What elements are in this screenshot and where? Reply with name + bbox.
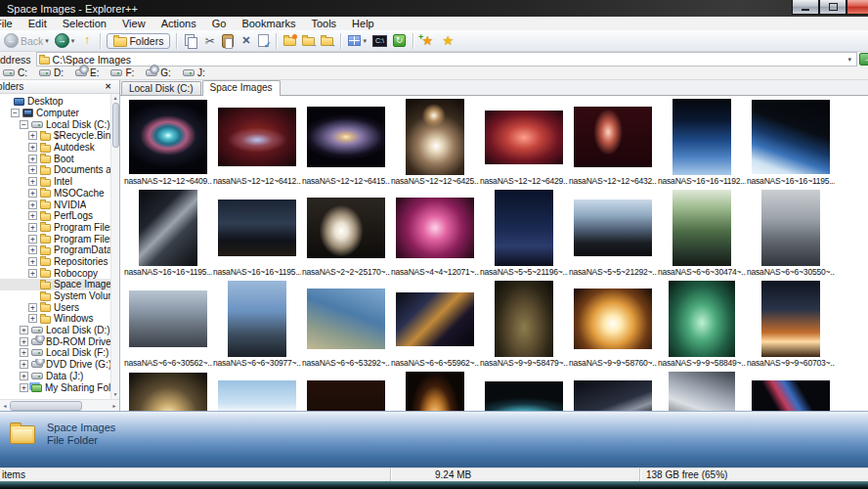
tree-item-intel[interactable]: +Intel <box>0 176 110 188</box>
thumbnail-item[interactable]: nasaNAS~6~6~30474~... <box>657 189 746 280</box>
expander-icon[interactable]: + <box>20 337 28 346</box>
go-button[interactable] <box>859 53 868 66</box>
scroll-down-icon[interactable]: ▼ <box>113 390 118 399</box>
cut-button[interactable] <box>200 32 219 49</box>
views-button[interactable]: ▾ <box>345 34 369 47</box>
thumbnail-item[interactable]: nasaNAS~12~12~6412... <box>212 98 301 189</box>
tree-item-local-disk-d[interactable]: +Local Disk (D:) <box>0 325 110 336</box>
tree-item-dvd-drive-g[interactable]: +DVD Drive (G:) <box>0 359 110 371</box>
tree-item-users[interactable]: +Users <box>0 301 110 313</box>
menu-file[interactable]: File <box>0 18 21 29</box>
tree-item-windows[interactable]: +Windows <box>0 313 110 325</box>
thumbnail-item[interactable]: nasaNAS~9~9~58760~... <box>568 280 657 371</box>
tree-item-computer[interactable]: −Computer <box>0 108 110 119</box>
expander-icon[interactable]: + <box>20 372 28 380</box>
thumbnail-item[interactable] <box>212 371 301 411</box>
expander-icon[interactable]: + <box>28 245 37 254</box>
expander-icon[interactable]: + <box>20 383 28 392</box>
tree-item-autodesk[interactable]: +Autodesk <box>0 142 110 154</box>
expander-icon[interactable]: + <box>28 223 37 232</box>
thumbnail-item[interactable]: nasaNAS~12~12~6425... <box>390 98 479 189</box>
thumbnail-item[interactable]: nasaNAS~16~16~1195... <box>212 189 301 280</box>
tree-item-robocopy[interactable]: +Robocopy <box>0 267 110 279</box>
expander-icon[interactable]: + <box>28 189 37 198</box>
tab-local-disk-c[interactable]: Local Disk (C:) <box>121 81 201 95</box>
scrollbar-thumb[interactable] <box>10 401 82 411</box>
thumbnail-item[interactable]: nasaNAS~5~5~21292~... <box>568 189 657 280</box>
back-button[interactable]: Back▾ <box>1 32 52 49</box>
expander-icon[interactable]: + <box>28 269 37 278</box>
scroll-right-icon[interactable]: ► <box>109 403 119 409</box>
tree-item-system-volume-inf[interactable]: System Volume Inf <box>0 290 110 302</box>
drive-button-c[interactable]: C: <box>0 67 33 78</box>
expander-icon[interactable]: + <box>20 360 28 369</box>
thumbnail-item[interactable]: nasaNAS~16~16~1195... <box>123 189 212 280</box>
close-button[interactable] <box>846 0 868 15</box>
tree-item-local-disk-f[interactable]: +Local Disk (F:) <box>0 347 110 359</box>
address-dropdown-icon[interactable]: ▾ <box>845 56 854 64</box>
expander-icon[interactable]: + <box>28 165 37 174</box>
thumbnail-item[interactable] <box>568 371 657 411</box>
thumbnail-item[interactable]: nasaNAS~6~6~55962~... <box>390 280 479 371</box>
tab-space-images[interactable]: Space Images <box>202 80 281 96</box>
menu-go[interactable]: Go <box>204 18 235 29</box>
thumbnail-item[interactable] <box>123 371 212 411</box>
menu-edit[interactable]: Edit <box>21 18 55 29</box>
delete-button[interactable] <box>237 32 255 49</box>
menu-tools[interactable]: Tools <box>303 18 344 29</box>
expander-icon[interactable]: + <box>28 155 37 163</box>
tree-item-perflogs[interactable]: +PerfLogs <box>0 210 110 222</box>
scrollbar-thumb[interactable] <box>112 103 119 148</box>
menu-bookmarks[interactable]: Bookmarks <box>234 18 303 29</box>
tree-item-msocache[interactable]: +MSOCache <box>0 188 110 200</box>
thumbnail-item[interactable]: nasaNAS~12~12~6415... <box>301 98 390 189</box>
thumbnail-item[interactable]: nasaNAS~12~12~6409... <box>123 98 212 189</box>
thumbnail-item[interactable] <box>390 371 479 411</box>
copy-to-button[interactable] <box>299 34 318 47</box>
add-bookmark-button[interactable] <box>417 32 438 49</box>
drive-button-d[interactable]: D: <box>33 67 69 78</box>
expander-icon[interactable]: + <box>20 348 28 357</box>
drive-button-g[interactable]: G: <box>140 67 177 78</box>
properties-button[interactable] <box>255 33 272 48</box>
thumbnail-item[interactable]: nasaNAS~9~9~60703~... <box>746 280 835 371</box>
tree-item-boot[interactable]: +Boot <box>0 153 110 164</box>
address-input[interactable]: C:\Space Images ▾ <box>36 52 857 67</box>
forward-button[interactable]: ▾ <box>52 32 78 49</box>
expander-icon[interactable]: − <box>11 109 20 117</box>
tree-item-nvidia[interactable]: +NVIDIA <box>0 199 110 210</box>
new-folder-button[interactable] <box>281 34 299 47</box>
thumbnail-item[interactable]: nasaNAS~9~9~58479~... <box>479 280 568 371</box>
tree-item-repositories[interactable]: +Repositories <box>0 256 110 268</box>
title-bar[interactable]: Space Images - Explorer++ <box>0 0 868 17</box>
tree-item-recycle-bin[interactable]: +$Recycle.Bin <box>0 130 110 142</box>
tree-item-programdata[interactable]: +ProgramData <box>0 244 110 256</box>
thumbnail-item[interactable]: nasaNAS~16~16~1192... <box>657 98 746 189</box>
thumbnail-item[interactable]: nasaNAS~12~12~6429... <box>479 98 568 189</box>
thumbnail-item[interactable] <box>479 371 568 411</box>
thumbnail-item[interactable]: nasaNAS~16~16~1195... <box>746 98 835 189</box>
thumbnail-item[interactable] <box>746 371 835 411</box>
folders-toggle[interactable]: Folders <box>107 33 170 49</box>
drive-button-e[interactable]: E: <box>69 67 105 78</box>
command-prompt-button[interactable] <box>369 34 390 48</box>
expander-icon[interactable]: + <box>28 257 37 266</box>
expander-icon[interactable]: + <box>28 177 37 186</box>
thumbnail-item[interactable]: nasaNAS~6~6~30977~... <box>212 280 301 371</box>
move-to-button[interactable] <box>318 34 336 47</box>
thumbnail-item[interactable]: nasaNAS~4~4~12071~... <box>390 189 479 280</box>
tree-item-desktop[interactable]: Desktop <box>0 96 110 108</box>
expander-icon[interactable]: + <box>28 303 37 312</box>
drive-button-f[interactable]: F: <box>105 67 140 78</box>
tree-item-my-sharing-folders[interactable]: +My Sharing Folders <box>0 381 110 393</box>
tree-item-local-disk-c[interactable]: −Local Disk (C:) <box>0 118 110 130</box>
minimize-button[interactable] <box>792 0 819 15</box>
paste-button[interactable] <box>219 33 237 49</box>
bookmarks-button[interactable] <box>438 32 458 49</box>
scroll-left-icon[interactable]: ◄ <box>0 403 10 409</box>
tree-item-space-images[interactable]: Space Images <box>0 279 110 290</box>
tree-item-bd-rom-drive-e[interactable]: +BD-ROM Drive (E:) <box>0 335 110 347</box>
scroll-up-icon[interactable]: ▲ <box>113 94 118 103</box>
menu-help[interactable]: Help <box>344 18 382 29</box>
tree-item-program-files-x86[interactable]: +Program Files (x86) <box>0 233 110 244</box>
